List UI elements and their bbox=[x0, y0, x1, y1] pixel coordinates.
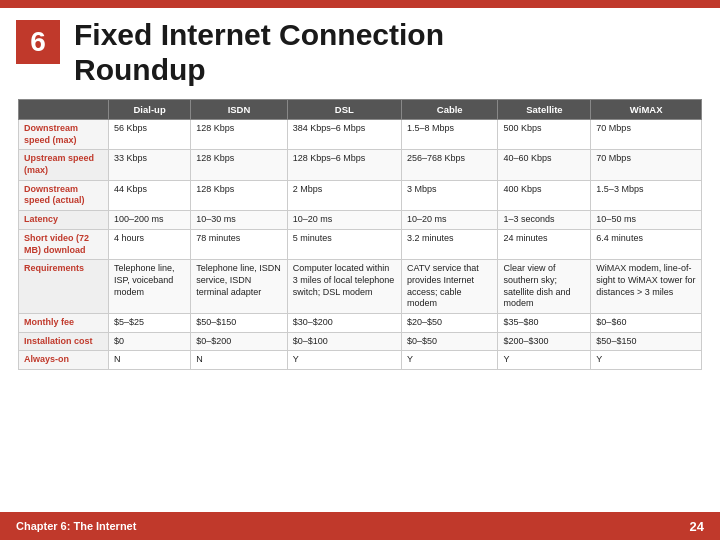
row-cell: $0–$200 bbox=[191, 332, 288, 351]
row-cell: 128 Kbps bbox=[191, 120, 288, 150]
footer-page-number: 24 bbox=[690, 519, 704, 534]
row-cell: Clear view of southern sky; satellite di… bbox=[498, 260, 591, 314]
row-label: Monthly fee bbox=[19, 313, 109, 332]
row-cell: $35–$80 bbox=[498, 313, 591, 332]
table-row: Monthly fee$5–$25$50–$150$30–$200$20–$50… bbox=[19, 313, 702, 332]
table-header: Dial-up ISDN DSL Cable Satellite WiMAX bbox=[19, 100, 702, 120]
row-label: Always-on bbox=[19, 351, 109, 370]
row-cell: 1–3 seconds bbox=[498, 211, 591, 230]
row-cell: Telephone line, ISDN service, ISDN termi… bbox=[191, 260, 288, 314]
row-cell: $0–$100 bbox=[287, 332, 401, 351]
row-cell: $200–$300 bbox=[498, 332, 591, 351]
row-cell: Telephone line, ISP, voiceband modem bbox=[109, 260, 191, 314]
row-cell: 1.5–8 Mbps bbox=[401, 120, 498, 150]
row-cell: 10–50 ms bbox=[591, 211, 702, 230]
footer-chapter: Chapter 6: The Internet bbox=[16, 520, 136, 532]
row-cell: 384 Kbps–6 Mbps bbox=[287, 120, 401, 150]
row-cell: 500 Kbps bbox=[498, 120, 591, 150]
row-cell: 40–60 Kbps bbox=[498, 150, 591, 180]
row-cell: 3 Mbps bbox=[401, 180, 498, 210]
slide-title: Fixed Internet Connection Roundup bbox=[74, 18, 444, 87]
header: 6 Fixed Internet Connection Roundup bbox=[0, 8, 720, 95]
table-row: Installation cost$0$0–$200$0–$100$0–$50$… bbox=[19, 332, 702, 351]
row-cell: 2 Mbps bbox=[287, 180, 401, 210]
col-header-label bbox=[19, 100, 109, 120]
col-header-satellite: Satellite bbox=[498, 100, 591, 120]
row-cell: 33 Kbps bbox=[109, 150, 191, 180]
row-cell: N bbox=[109, 351, 191, 370]
table-row: Downstream speed (max)56 Kbps128 Kbps384… bbox=[19, 120, 702, 150]
row-cell: 70 Mbps bbox=[591, 120, 702, 150]
row-cell: 4 hours bbox=[109, 229, 191, 259]
row-cell: 10–30 ms bbox=[191, 211, 288, 230]
row-cell: 100–200 ms bbox=[109, 211, 191, 230]
row-label: Short video (72 MB) download bbox=[19, 229, 109, 259]
row-cell: WiMAX modem, line-of-sight to WiMAX towe… bbox=[591, 260, 702, 314]
row-cell: $5–$25 bbox=[109, 313, 191, 332]
comparison-table: Dial-up ISDN DSL Cable Satellite WiMAX D… bbox=[18, 99, 702, 370]
row-cell: 5 minutes bbox=[287, 229, 401, 259]
table-row: RequirementsTelephone line, ISP, voiceba… bbox=[19, 260, 702, 314]
row-cell: 56 Kbps bbox=[109, 120, 191, 150]
row-label: Upstream speed (max) bbox=[19, 150, 109, 180]
row-cell: $50–$150 bbox=[591, 332, 702, 351]
row-cell: Computer located within 3 miles of local… bbox=[287, 260, 401, 314]
row-cell: $20–$50 bbox=[401, 313, 498, 332]
row-cell: $0 bbox=[109, 332, 191, 351]
header-row: Dial-up ISDN DSL Cable Satellite WiMAX bbox=[19, 100, 702, 120]
row-cell: 128 Kbps bbox=[191, 150, 288, 180]
col-header-dsl: DSL bbox=[287, 100, 401, 120]
row-cell: Y bbox=[591, 351, 702, 370]
table-row: Short video (72 MB) download4 hours78 mi… bbox=[19, 229, 702, 259]
row-cell: 128 Kbps bbox=[191, 180, 288, 210]
row-label: Latency bbox=[19, 211, 109, 230]
footer: Chapter 6: The Internet 24 bbox=[0, 512, 720, 540]
row-cell: 24 minutes bbox=[498, 229, 591, 259]
col-header-cable: Cable bbox=[401, 100, 498, 120]
row-cell: 400 Kbps bbox=[498, 180, 591, 210]
table-row: Downstream speed (actual)44 Kbps128 Kbps… bbox=[19, 180, 702, 210]
row-cell: CATV service that provides Internet acce… bbox=[401, 260, 498, 314]
top-bar bbox=[0, 0, 720, 8]
row-cell: 256–768 Kbps bbox=[401, 150, 498, 180]
col-header-dialup: Dial-up bbox=[109, 100, 191, 120]
table-row: Always-onNNYYYY bbox=[19, 351, 702, 370]
row-cell: 1.5–3 Mbps bbox=[591, 180, 702, 210]
row-cell: 10–20 ms bbox=[401, 211, 498, 230]
table-container: Dial-up ISDN DSL Cable Satellite WiMAX D… bbox=[0, 99, 720, 370]
row-label: Downstream speed (max) bbox=[19, 120, 109, 150]
row-cell: 3.2 minutes bbox=[401, 229, 498, 259]
row-label: Installation cost bbox=[19, 332, 109, 351]
row-cell: 6.4 minutes bbox=[591, 229, 702, 259]
row-cell: 78 minutes bbox=[191, 229, 288, 259]
row-cell: 70 Mbps bbox=[591, 150, 702, 180]
row-cell: Y bbox=[498, 351, 591, 370]
title-block: Fixed Internet Connection Roundup bbox=[74, 18, 444, 87]
table-row: Latency100–200 ms10–30 ms10–20 ms10–20 m… bbox=[19, 211, 702, 230]
row-label: Requirements bbox=[19, 260, 109, 314]
row-cell: 10–20 ms bbox=[287, 211, 401, 230]
table-body: Downstream speed (max)56 Kbps128 Kbps384… bbox=[19, 120, 702, 370]
row-cell: N bbox=[191, 351, 288, 370]
row-cell: Y bbox=[287, 351, 401, 370]
slide-number: 6 bbox=[16, 20, 60, 64]
table-row: Upstream speed (max)33 Kbps128 Kbps128 K… bbox=[19, 150, 702, 180]
row-cell: Y bbox=[401, 351, 498, 370]
row-cell: $30–$200 bbox=[287, 313, 401, 332]
row-cell: $0–$60 bbox=[591, 313, 702, 332]
row-cell: $50–$150 bbox=[191, 313, 288, 332]
col-header-wimax: WiMAX bbox=[591, 100, 702, 120]
row-label: Downstream speed (actual) bbox=[19, 180, 109, 210]
row-cell: 128 Kbps–6 Mbps bbox=[287, 150, 401, 180]
row-cell: 44 Kbps bbox=[109, 180, 191, 210]
row-cell: $0–$50 bbox=[401, 332, 498, 351]
col-header-isdn: ISDN bbox=[191, 100, 288, 120]
